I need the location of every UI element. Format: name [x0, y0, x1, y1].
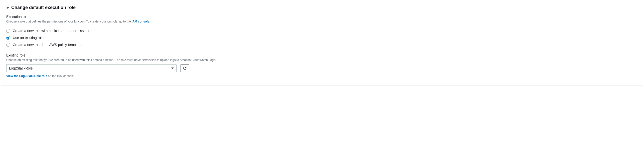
radio-icon — [6, 29, 10, 33]
existing-role-field: Existing role Choose an existing role th… — [6, 53, 638, 78]
execution-role-field: Execution role Choose a role that define… — [6, 15, 638, 24]
svg-marker-0 — [6, 7, 9, 9]
execution-role-desc-prefix: Choose a role that defines the permissio… — [6, 20, 132, 23]
role-radio-group: Create a new role with basic Lambda perm… — [6, 27, 638, 48]
radio-label: Use an existing role — [13, 36, 44, 40]
radio-create-template[interactable]: Create a new role from AWS policy templa… — [6, 41, 638, 48]
refresh-button[interactable] — [181, 64, 189, 72]
radio-icon — [6, 43, 10, 47]
radio-label: Create a new role with basic Lambda perm… — [13, 29, 90, 33]
radio-use-existing[interactable]: Use an existing role — [6, 34, 638, 41]
existing-role-desc: Choose an existing role that you've crea… — [6, 58, 638, 62]
caret-down-icon — [6, 6, 9, 9]
svg-marker-1 — [171, 68, 174, 69]
execution-role-label: Execution role — [6, 15, 638, 19]
section-title: Change default execution role — [11, 5, 76, 10]
existing-role-label: Existing role — [6, 53, 638, 57]
view-role-suffix: on the IAM console. — [47, 74, 74, 78]
execution-role-desc: Choose a role that defines the permissio… — [6, 19, 638, 24]
existing-role-selected-value: Log2SlackRole — [9, 66, 33, 70]
refresh-icon — [183, 66, 187, 70]
existing-role-select[interactable]: Log2SlackRole — [6, 64, 177, 72]
existing-role-select-row: Log2SlackRole — [6, 64, 638, 72]
radio-create-basic[interactable]: Create a new role with basic Lambda perm… — [6, 27, 638, 34]
view-role-line: View the Log2SlackRole role on the IAM c… — [6, 74, 638, 78]
chevron-down-icon — [171, 67, 174, 70]
section-toggle[interactable]: Change default execution role — [6, 5, 638, 10]
execution-role-panel: Change default execution role Execution … — [1, 0, 643, 86]
radio-icon — [6, 36, 10, 40]
view-role-link[interactable]: View the Log2SlackRole role — [6, 74, 47, 78]
radio-label: Create a new role from AWS policy templa… — [13, 43, 83, 47]
iam-console-link[interactable]: IAM console — [132, 20, 149, 23]
execution-role-desc-suffix: . — [149, 20, 150, 23]
